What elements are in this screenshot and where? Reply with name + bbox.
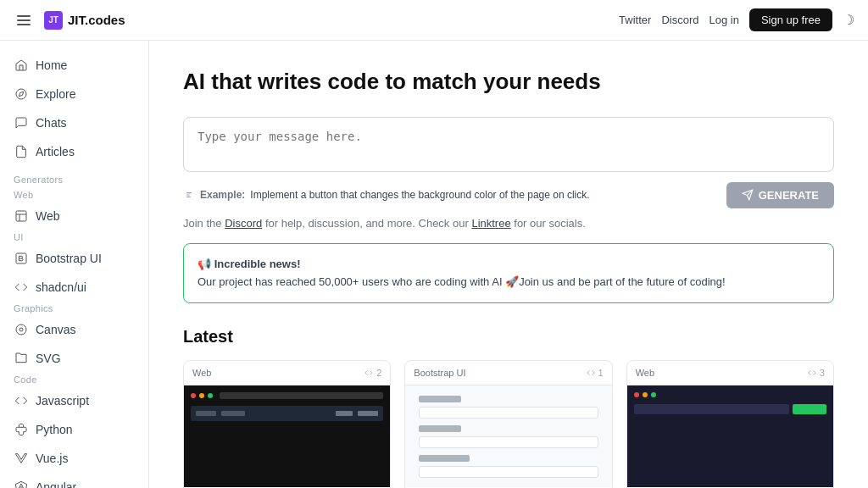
- sidebar-item-bootstrap-label: Bootstrap UI: [36, 252, 102, 265]
- sidebar-item-vue[interactable]: Vue.js: [0, 444, 148, 473]
- python-icon: [14, 422, 29, 437]
- discord-text: Join the: [183, 217, 222, 230]
- discord-link[interactable]: Discord: [225, 217, 262, 230]
- sidebar-item-python-label: Python: [36, 423, 73, 436]
- ui-section-label: UI: [0, 230, 148, 244]
- hamburger-button[interactable]: [14, 12, 34, 29]
- compass-icon: [14, 86, 29, 102]
- discord-mid: for help, discussion, and more. Check ou…: [265, 217, 469, 230]
- main-content: AI that writes code to match your needs …: [149, 41, 868, 488]
- svg-point-0: [16, 89, 26, 99]
- document-icon: [14, 144, 29, 159]
- news-body: Our project has reached 50,000+ users wh…: [198, 275, 726, 288]
- message-input-area: [183, 117, 834, 172]
- sidebar-item-angular[interactable]: Angular: [0, 473, 148, 488]
- vue-icon: [14, 451, 29, 466]
- main-layout: Home Explore Chats Articles Generators W…: [0, 41, 868, 488]
- sidebar-item-shadcn[interactable]: shadcn/ui: [0, 273, 148, 302]
- sidebar-item-svg[interactable]: SVG: [0, 344, 148, 373]
- sidebar-item-chats[interactable]: Chats: [0, 108, 148, 137]
- angular-icon: [14, 480, 29, 488]
- card-2-meta: 1: [587, 368, 604, 378]
- card-3-preview: [627, 385, 833, 487]
- theme-toggle-button[interactable]: ☽: [843, 12, 854, 28]
- card-2-header: Bootstrap UI 1: [405, 361, 611, 385]
- sidebar-item-bootstrap[interactable]: Bootstrap UI: [0, 244, 148, 273]
- code-slash-icon: [14, 280, 29, 295]
- top-header: JT JIT.codes Twitter Discord Log in Sign…: [0, 0, 868, 41]
- card-3[interactable]: Web 3: [626, 360, 834, 488]
- svg-icon: [14, 351, 29, 366]
- logo-icon: JT: [44, 11, 63, 30]
- example-label: Example:: [200, 189, 245, 201]
- example-row: Example: Implement a button that changes…: [183, 189, 590, 201]
- sidebar-item-svg-label: SVG: [36, 352, 61, 365]
- sidebar-item-javascript-label: Javascript: [36, 394, 89, 408]
- chat-icon: [14, 115, 29, 130]
- sidebar-item-vue-label: Vue.js: [36, 452, 68, 465]
- news-text: 📢 Incredible news! Our project has reach…: [198, 256, 820, 291]
- twitter-link[interactable]: Twitter: [619, 14, 651, 26]
- generate-button[interactable]: GENERATE: [726, 182, 834, 208]
- web-section-label: Web: [0, 188, 148, 202]
- generators-section-label: Generators: [0, 166, 148, 188]
- sidebar-item-python[interactable]: Python: [0, 415, 148, 444]
- header-right: Twitter Discord Log in Sign up free ☽: [619, 8, 854, 31]
- sidebar-item-chats-label: Chats: [36, 116, 67, 130]
- discord-end: for our socials.: [514, 217, 586, 230]
- generate-label: GENERATE: [759, 189, 819, 202]
- card-3-tag: Web: [636, 368, 654, 378]
- card-1-preview: [184, 385, 390, 487]
- latest-title: Latest: [183, 327, 834, 347]
- sidebar-item-articles-label: Articles: [36, 145, 75, 158]
- sidebar-item-canvas[interactable]: Canvas: [0, 315, 148, 344]
- sidebar-item-home[interactable]: Home: [0, 51, 148, 80]
- code-section-label: Code: [0, 373, 148, 386]
- logo[interactable]: JT JIT.codes: [44, 11, 125, 30]
- login-link[interactable]: Log in: [709, 14, 738, 26]
- bootstrap-icon: [14, 251, 29, 266]
- news-title: Incredible news!: [214, 258, 301, 270]
- card-3-header: Web 3: [627, 361, 833, 385]
- signup-button[interactable]: Sign up free: [749, 8, 832, 31]
- card-2-preview: [405, 385, 611, 487]
- card-1-header: Web 2: [184, 361, 390, 385]
- news-icon: 📢: [198, 258, 211, 270]
- news-banner: 📢 Incredible news! Our project has reach…: [183, 243, 834, 304]
- graphics-section-label: Graphics: [0, 302, 148, 315]
- logo-text: JIT.codes: [68, 13, 125, 27]
- sidebar-item-web-label: Web: [36, 209, 60, 223]
- sidebar-item-articles[interactable]: Articles: [0, 137, 148, 166]
- discord-info-row: Join the Discord for help, discussion, a…: [183, 217, 834, 230]
- js-icon: [14, 393, 29, 408]
- card-1-meta: 2: [364, 368, 381, 378]
- linktree-link[interactable]: Linktree: [471, 217, 510, 230]
- discord-link[interactable]: Discord: [661, 14, 698, 26]
- card-1[interactable]: Web 2: [183, 360, 391, 488]
- sidebar-item-angular-label: Angular: [36, 480, 76, 488]
- web-icon: [14, 208, 29, 224]
- card-3-meta: 3: [808, 368, 825, 378]
- cards-grid: Web 2: [183, 360, 834, 488]
- card-1-tag: Web: [192, 368, 211, 378]
- card-2-tag: Bootstrap UI: [414, 368, 465, 378]
- sidebar-item-explore-label: Explore: [36, 87, 75, 101]
- sidebar: Home Explore Chats Articles Generators W…: [0, 41, 149, 488]
- svg-rect-1: [16, 211, 26, 221]
- canvas-icon: [14, 322, 29, 337]
- home-icon: [14, 58, 29, 73]
- card-2[interactable]: Bootstrap UI 1: [404, 360, 612, 488]
- sidebar-item-explore[interactable]: Explore: [0, 80, 148, 108]
- sidebar-item-web[interactable]: Web: [0, 202, 148, 230]
- page-title: AI that writes code to match your needs: [183, 68, 834, 97]
- svg-point-3: [16, 324, 26, 335]
- example-text: Implement a button that changes the back…: [250, 189, 589, 201]
- svg-point-4: [19, 328, 23, 331]
- message-input[interactable]: [198, 130, 820, 157]
- sidebar-item-home-label: Home: [36, 58, 67, 72]
- sidebar-item-shadcn-label: shadcn/ui: [36, 280, 86, 294]
- sidebar-item-canvas-label: Canvas: [36, 323, 75, 336]
- sidebar-item-javascript[interactable]: Javascript: [0, 386, 148, 415]
- header-left: JT JIT.codes: [14, 11, 125, 30]
